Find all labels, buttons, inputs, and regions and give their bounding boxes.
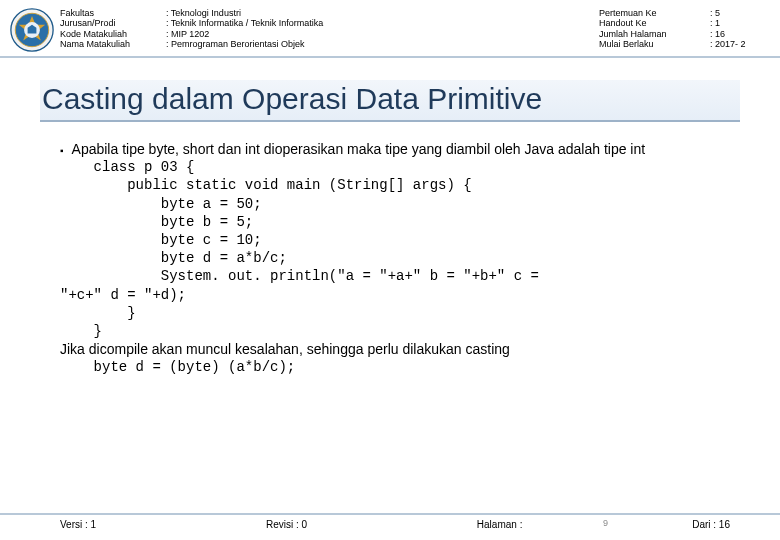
code-line-7a: System. out. println("a = "+a+" b = "+b+…	[60, 267, 730, 285]
page-number: 9	[603, 518, 608, 528]
value-handout: : 1	[710, 18, 770, 28]
label-handout: Handout Ke	[599, 18, 704, 28]
footer-halaman: Halaman :	[477, 519, 523, 530]
code-line-2: public static void main (String[] args) …	[60, 176, 730, 194]
label-mulai: Mulai Berlaku	[599, 39, 704, 49]
slide-content: Apabila tipe byte, short dan int diopera…	[60, 140, 730, 376]
slide-footer: Versi : 1 Revisi : 0 Halaman : Dari : 16	[0, 513, 780, 530]
value-pertemuan: : 5	[710, 8, 770, 18]
header-labels-right: Pertemuan Ke Handout Ke Jumlah Halaman M…	[599, 8, 704, 49]
code-line-1: class p 03 {	[60, 158, 730, 176]
value-mulai: : 2017- 2	[710, 39, 770, 49]
header-values-left: : Teknologi Industri : Teknik Informatik…	[166, 8, 426, 49]
value-jurusan: : Teknik Informatika / Teknik Informatik…	[166, 18, 426, 28]
label-kode: Kode Matakuliah	[60, 29, 160, 39]
label-nama: Nama Matakuliah	[60, 39, 160, 49]
after-text: Jika dicompile akan muncul kesalahan, se…	[60, 340, 730, 358]
label-jumlah: Jumlah Halaman	[599, 29, 704, 39]
course-header: Fakultas Jurusan/Prodi Kode Matakuliah N…	[0, 0, 780, 58]
footer-dari: Dari : 16	[692, 519, 730, 530]
code-line-6: byte d = a*b/c;	[60, 249, 730, 267]
header-labels-left: Fakultas Jurusan/Prodi Kode Matakuliah N…	[60, 8, 160, 49]
code-line-8: }	[60, 304, 730, 322]
value-nama: : Pemrograman Berorientasi Objek	[166, 39, 426, 49]
institution-logo	[10, 8, 54, 52]
value-kode: : MIP 1202	[166, 29, 426, 39]
code-line-9: }	[60, 322, 730, 340]
value-fakultas: : Teknologi Industri	[166, 8, 426, 18]
code-fix: byte d = (byte) (a*b/c);	[60, 358, 730, 376]
value-jumlah: : 16	[710, 29, 770, 39]
footer-versi: Versi : 1	[60, 519, 96, 530]
footer-revisi: Revisi : 0	[266, 519, 307, 530]
label-jurusan: Jurusan/Prodi	[60, 18, 160, 28]
code-line-4: byte b = 5;	[60, 213, 730, 231]
label-fakultas: Fakultas	[60, 8, 160, 18]
code-line-7b: "+c+" d = "+d);	[60, 286, 730, 304]
slide-title-wrap: Casting dalam Operasi Data Primitive	[40, 80, 740, 122]
slide-title: Casting dalam Operasi Data Primitive	[40, 80, 740, 122]
label-pertemuan: Pertemuan Ke	[599, 8, 704, 18]
code-line-3: byte a = 50;	[60, 195, 730, 213]
intro-bullet: Apabila tipe byte, short dan int diopera…	[60, 140, 730, 158]
header-values-right: : 5 : 1 : 16 : 2017- 2	[710, 8, 770, 49]
code-line-5: byte c = 10;	[60, 231, 730, 249]
